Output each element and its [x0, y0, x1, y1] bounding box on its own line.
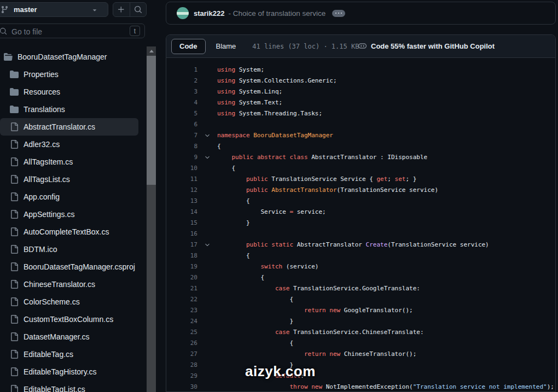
tree-item-chinesetranslator-cs[interactable]: ChineseTranslator.cs: [0, 276, 138, 293]
line-number[interactable]: 9: [166, 152, 197, 163]
code-line: 23 return new GoogleTranslator();: [166, 305, 555, 316]
file-icon: [10, 227, 19, 236]
line-number[interactable]: 24: [166, 316, 197, 327]
tree-item-label: AllTagsItem.cs: [24, 157, 73, 166]
tree-item-appsettings-cs[interactable]: AppSettings.cs: [0, 206, 138, 223]
tree-item-label: AppSettings.cs: [24, 210, 74, 219]
line-number[interactable]: 22: [166, 294, 197, 305]
line-number[interactable]: 16: [166, 229, 197, 239]
line-number[interactable]: 5: [166, 108, 197, 119]
tree-item-label: DatasetManager.cs: [24, 332, 90, 341]
fold-chevron-icon[interactable]: [197, 132, 217, 139]
line-number[interactable]: 3: [166, 86, 197, 97]
line-number[interactable]: 19: [166, 261, 197, 272]
code-text: }: [217, 316, 293, 327]
tree-item-alltagslist-cs[interactable]: AllTagsList.cs: [0, 171, 138, 188]
tree-item-translations[interactable]: Translations: [0, 101, 138, 118]
folder-icon: [10, 87, 19, 96]
git-branch-icon: [1, 5, 9, 14]
code-line: 16: [166, 229, 555, 239]
file-icon: [10, 157, 19, 166]
tree-item-alltagsitem-cs[interactable]: AllTagsItem.cs: [0, 153, 138, 171]
line-number[interactable]: 8: [166, 141, 197, 152]
commit-header: starik222 - Choice of translation servic…: [166, 2, 556, 25]
tree-item-autocompletetextbox-cs[interactable]: AutoCompleteTextBox.cs: [0, 223, 138, 241]
line-number[interactable]: 27: [166, 349, 197, 360]
avatar[interactable]: [177, 7, 189, 19]
code-line: 6: [166, 119, 555, 130]
code-line: 29 default:: [166, 371, 555, 382]
tree-item-boorudatasettagmanager-csproj[interactable]: BooruDatasetTagManager.csproj: [0, 258, 138, 276]
code-text: }: [217, 218, 250, 229]
commit-author[interactable]: starik222: [194, 9, 224, 17]
tree-item-label: AutoCompleteTextBox.cs: [24, 227, 109, 236]
line-number[interactable]: 10: [166, 163, 197, 174]
tree-item-datasetmanager-cs[interactable]: DatasetManager.cs: [0, 328, 138, 346]
line-number[interactable]: 18: [166, 250, 197, 261]
line-number[interactable]: 20: [166, 272, 197, 283]
scrollbar-thumb[interactable]: [147, 56, 156, 185]
branch-selector[interactable]: master: [0, 2, 108, 17]
tab-code[interactable]: Code: [171, 39, 206, 54]
tree-item-properties[interactable]: Properties: [0, 66, 138, 83]
sidebar-scrollbar[interactable]: [147, 46, 156, 392]
code-line: 28 }: [166, 360, 555, 371]
line-number[interactable]: 11: [166, 174, 197, 185]
line-number[interactable]: 15: [166, 218, 197, 229]
tree-item-editabletag-cs[interactable]: EditableTag.cs: [0, 346, 138, 363]
copilot-banner[interactable]: Code 55% faster with GitHub Copilot: [358, 35, 495, 57]
tree-item-resources[interactable]: Resources: [0, 83, 138, 101]
line-number[interactable]: 13: [166, 196, 197, 207]
line-number[interactable]: 7: [166, 130, 197, 141]
go-to-file-input[interactable]: [10, 24, 117, 39]
commit-ellipsis-button[interactable]: [332, 10, 345, 17]
code-text: using System.Linq;: [217, 86, 282, 97]
line-number[interactable]: 21: [166, 283, 197, 294]
file-icon: [10, 297, 19, 306]
code-line: 19 switch (service): [166, 261, 555, 272]
plus-icon: [117, 5, 125, 14]
code-text: {: [217, 250, 250, 261]
tree-item-editabletaghistory-cs[interactable]: EditableTagHistory.cs: [0, 363, 138, 381]
line-number[interactable]: 29: [166, 371, 197, 382]
code-text: {: [217, 338, 293, 349]
code-line: 11 public TranslationService Service { g…: [166, 174, 555, 185]
tab-blame[interactable]: Blame: [208, 39, 245, 54]
search-icon: [0, 27, 7, 37]
fold-chevron-icon[interactable]: [197, 154, 217, 161]
scroll-up-arrow[interactable]: [147, 46, 156, 56]
code-toolbar: Code Blame 41 lines (37 loc) · 1.15 KB C…: [166, 35, 555, 58]
add-file-button[interactable]: [113, 3, 130, 16]
line-number[interactable]: 12: [166, 185, 197, 196]
line-number[interactable]: 14: [166, 207, 197, 218]
line-number[interactable]: 23: [166, 305, 197, 316]
line-number[interactable]: 6: [166, 119, 197, 130]
tree-item-abstracttranslator-cs[interactable]: AbstractTranslator.cs: [0, 118, 138, 136]
line-number[interactable]: 2: [166, 75, 197, 86]
code-viewer[interactable]: 1using System;2using System.Collections.…: [166, 57, 555, 391]
line-number[interactable]: 30: [166, 382, 197, 392]
code-text: namespace BooruDatasetTagManager: [217, 130, 333, 141]
tree-item-boorudatasettagmanager[interactable]: BooruDatasetTagManager: [0, 48, 138, 66]
folder-icon: [10, 70, 19, 79]
tree-item-app-config[interactable]: App.config: [0, 188, 138, 206]
code-text: case TranslationService.ChineseTranslate…: [217, 327, 424, 338]
file-tree-sidebar: master t BooruDa: [0, 0, 158, 392]
tree-item-adler32-cs[interactable]: Adler32.cs: [0, 136, 138, 153]
tree-item-label: Adler32.cs: [24, 140, 60, 149]
line-number[interactable]: 1: [166, 65, 197, 75]
search-button[interactable]: [130, 3, 147, 16]
tree-item-customtextboxcolumn-cs[interactable]: CustomTextBoxColumn.cs: [0, 311, 138, 328]
tree-item-bdtm-ico[interactable]: BDTM.ico: [0, 241, 138, 258]
line-number[interactable]: 28: [166, 360, 197, 371]
code-text: public TranslationService Service { get;…: [217, 174, 416, 185]
fold-chevron-icon[interactable]: [197, 242, 217, 248]
code-text: case TranslationService.GoogleTranslate:: [217, 283, 420, 294]
line-number[interactable]: 25: [166, 327, 197, 338]
line-number[interactable]: 4: [166, 97, 197, 108]
line-number[interactable]: 26: [166, 338, 197, 349]
line-number[interactable]: 17: [166, 239, 197, 250]
tree-item-label: EditableTagHistory.cs: [24, 367, 97, 376]
tree-item-editabletaglist-cs[interactable]: EditableTagList.cs: [0, 381, 138, 392]
tree-item-colorscheme-cs[interactable]: ColorScheme.cs: [0, 293, 138, 311]
